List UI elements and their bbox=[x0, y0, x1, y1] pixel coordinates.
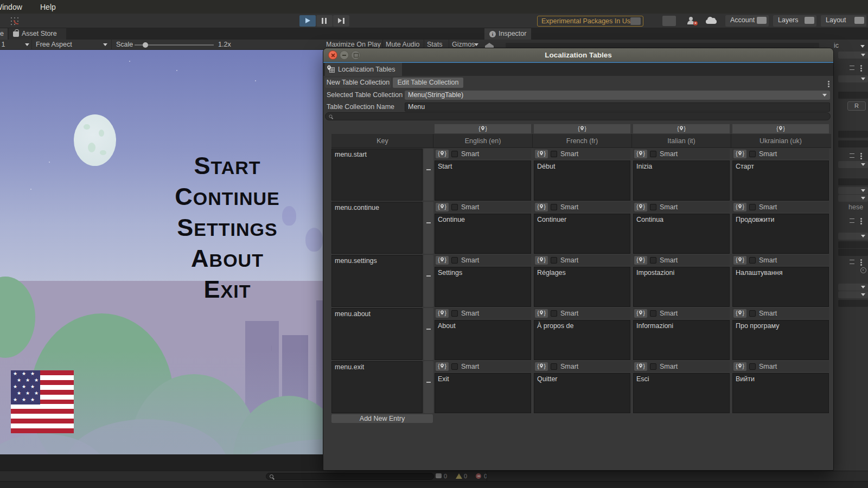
translation-value-field[interactable]: Informazioni bbox=[633, 320, 730, 360]
smart-checkbox[interactable] bbox=[451, 363, 458, 370]
inspector-field[interactable] bbox=[838, 140, 868, 147]
tab-localization-tables[interactable]: Localization Tables bbox=[325, 63, 402, 76]
smart-checkbox[interactable] bbox=[749, 310, 756, 317]
key-cell[interactable]: menu.continue bbox=[331, 202, 423, 254]
inspector-dropdown[interactable] bbox=[838, 233, 868, 240]
smart-checkbox[interactable] bbox=[551, 151, 557, 157]
preset-and-menu-icons[interactable] bbox=[850, 217, 866, 224]
toolbar-box[interactable] bbox=[662, 16, 676, 26]
metadata-icon-button[interactable]: {} bbox=[634, 203, 647, 211]
smart-checkbox[interactable] bbox=[650, 151, 656, 157]
smart-checkbox[interactable] bbox=[650, 363, 656, 370]
remove-entry-button[interactable] bbox=[424, 308, 433, 360]
translation-value-field[interactable]: Impostazioni bbox=[633, 267, 730, 307]
inspector-field[interactable] bbox=[838, 300, 868, 307]
column-smart-icon[interactable]: {} bbox=[534, 124, 630, 133]
preset-and-menu-icons[interactable] bbox=[850, 259, 866, 265]
inspector-field[interactable] bbox=[838, 249, 868, 256]
kebab-menu-icon[interactable] bbox=[860, 259, 862, 261]
menu-item-window[interactable]: Window bbox=[0, 0, 34, 14]
metadata-icon-button[interactable]: {} bbox=[436, 362, 449, 371]
metadata-icon-button[interactable]: {} bbox=[535, 150, 548, 158]
collection-name-field[interactable]: Menu bbox=[405, 102, 830, 112]
collab-icon[interactable]: × bbox=[684, 16, 698, 26]
smart-checkbox[interactable] bbox=[650, 310, 656, 317]
close-button[interactable] bbox=[328, 50, 337, 60]
remove-entry-button[interactable] bbox=[424, 202, 433, 254]
translation-value-field[interactable]: Старт bbox=[732, 160, 829, 201]
kebab-menu-icon[interactable] bbox=[860, 218, 862, 220]
menu-item-help[interactable]: Help bbox=[40, 0, 56, 14]
step-button[interactable] bbox=[333, 15, 349, 27]
remove-entry-button[interactable] bbox=[424, 255, 433, 307]
translation-value-field[interactable]: Début bbox=[534, 160, 630, 201]
smart-checkbox[interactable] bbox=[451, 204, 458, 210]
scale-slider-knob[interactable] bbox=[143, 42, 148, 48]
metadata-icon-button[interactable]: {} bbox=[436, 309, 449, 318]
window-menu-icon[interactable] bbox=[828, 81, 829, 82]
metadata-icon-button[interactable]: {} bbox=[733, 362, 746, 371]
status-search-field[interactable] bbox=[266, 473, 434, 480]
smart-checkbox[interactable] bbox=[551, 204, 557, 210]
cloud-icon[interactable] bbox=[705, 17, 718, 25]
tab-game[interactable]: Game bbox=[0, 28, 8, 40]
key-cell[interactable]: menu.start bbox=[331, 149, 423, 201]
preset-icon[interactable] bbox=[850, 219, 854, 223]
metadata-icon-button[interactable]: {} bbox=[634, 309, 647, 318]
metadata-icon-button[interactable]: {} bbox=[535, 256, 548, 265]
preset-icon[interactable] bbox=[850, 153, 854, 158]
translation-value-field[interactable]: Inizia bbox=[633, 160, 730, 201]
translation-value-field[interactable]: Start bbox=[435, 160, 531, 201]
key-cell[interactable]: menu.about bbox=[331, 308, 423, 360]
layout-dropdown[interactable]: Layout bbox=[821, 15, 866, 27]
minimize-button[interactable] bbox=[340, 50, 349, 60]
column-smart-icon[interactable]: {} bbox=[633, 124, 730, 133]
table-search-field[interactable] bbox=[325, 112, 831, 120]
language-column-header[interactable]: Ukrainian (uk) bbox=[732, 134, 829, 148]
key-cell[interactable]: menu.settings bbox=[331, 255, 423, 307]
experimental-packages-badge[interactable]: Experimental Packages In Use bbox=[537, 16, 643, 27]
metadata-icon-button[interactable]: {} bbox=[436, 203, 449, 211]
inspector-dropdown[interactable] bbox=[838, 291, 868, 298]
metadata-icon-button[interactable]: {} bbox=[733, 256, 746, 265]
kebab-menu-icon[interactable] bbox=[860, 65, 862, 67]
translation-value-field[interactable]: Налаштування bbox=[732, 267, 829, 307]
translation-value-field[interactable]: Вийти bbox=[732, 373, 829, 413]
translation-value-field[interactable]: Esci bbox=[633, 373, 730, 413]
metadata-icon-button[interactable]: {} bbox=[535, 309, 548, 318]
inspector-dropdown[interactable] bbox=[838, 75, 868, 82]
translation-value-field[interactable]: À propos de bbox=[534, 320, 630, 360]
smart-checkbox[interactable] bbox=[749, 204, 756, 210]
new-table-collection-button[interactable]: New Table Collection bbox=[325, 78, 391, 88]
smart-checkbox[interactable] bbox=[451, 151, 458, 157]
add-new-entry-button[interactable]: Add New Entry bbox=[331, 414, 433, 423]
smart-checkbox[interactable] bbox=[749, 257, 756, 264]
smart-checkbox[interactable] bbox=[551, 310, 557, 317]
smart-checkbox[interactable] bbox=[749, 151, 756, 157]
preset-and-menu-icons[interactable] bbox=[850, 65, 866, 71]
tab-inspector[interactable]: i Inspector bbox=[484, 28, 531, 40]
preset-and-menu-icons[interactable] bbox=[850, 152, 866, 159]
translation-value-field[interactable]: Про програму bbox=[732, 320, 829, 360]
preset-icon[interactable] bbox=[850, 260, 854, 264]
column-smart-icon[interactable]: {} bbox=[435, 124, 531, 133]
metadata-icon-button[interactable]: {} bbox=[733, 150, 746, 158]
inspector-dropdown[interactable] bbox=[838, 284, 868, 291]
metadata-icon-button[interactable]: {} bbox=[535, 362, 548, 371]
smart-checkbox[interactable] bbox=[551, 257, 557, 264]
key-cell[interactable]: menu.exit bbox=[331, 361, 423, 413]
metadata-icon-button[interactable]: {} bbox=[634, 256, 647, 265]
smart-checkbox[interactable] bbox=[650, 204, 656, 210]
metadata-icon-button[interactable]: {} bbox=[733, 203, 746, 211]
preset-icon[interactable] bbox=[850, 66, 854, 70]
inspector-dropdown[interactable] bbox=[838, 161, 868, 168]
inspector-field[interactable] bbox=[838, 241, 868, 248]
language-column-header[interactable]: Italian (it) bbox=[633, 134, 730, 148]
inspector-dropdown[interactable] bbox=[838, 52, 868, 59]
metadata-icon-button[interactable]: {} bbox=[634, 362, 647, 371]
metadata-icon-button[interactable]: {} bbox=[634, 150, 647, 158]
inspector-name-field[interactable] bbox=[506, 43, 819, 48]
remove-entry-button[interactable] bbox=[424, 149, 433, 201]
smart-checkbox[interactable] bbox=[650, 257, 656, 264]
key-column-header[interactable]: Key bbox=[331, 134, 433, 148]
